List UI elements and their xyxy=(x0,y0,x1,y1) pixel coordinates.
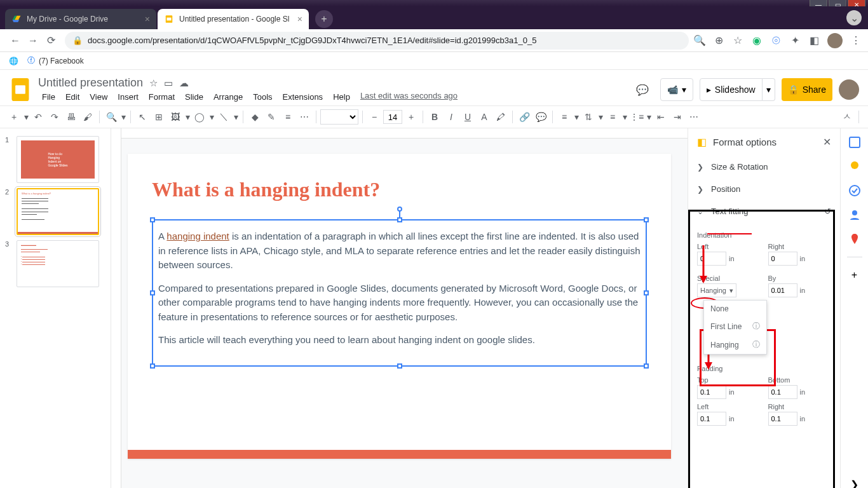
new-slide-dropdown[interactable]: ▾ xyxy=(23,109,29,125)
bookmark-facebook[interactable]: ⓕ (7) Facebook xyxy=(27,55,84,66)
menu-arrange[interactable]: Arrange xyxy=(210,91,247,103)
option-hanging[interactable]: Hangingⓘ xyxy=(704,336,766,354)
account-avatar[interactable] xyxy=(839,79,859,100)
numbered-list-dropdown[interactable]: ▾ xyxy=(621,109,628,125)
resize-handle[interactable] xyxy=(397,363,402,369)
redo-button[interactable]: ↷ xyxy=(47,109,62,125)
image-tool-icon[interactable]: 🖼 xyxy=(168,109,183,125)
share-button[interactable]: 🔒 Share xyxy=(782,78,832,101)
resize-handle[interactable] xyxy=(644,290,649,295)
star-icon[interactable]: ☆ xyxy=(149,78,158,89)
resize-handle[interactable] xyxy=(150,217,155,222)
bold-button[interactable]: B xyxy=(427,109,442,125)
menu-extensions[interactable]: Extensions xyxy=(279,91,327,103)
resize-handle[interactable] xyxy=(644,217,649,222)
selected-textbox[interactable]: A hanging indent is an indentation of a … xyxy=(152,219,647,367)
slide-canvas[interactable]: What is a hanging indent? A hanging inde… xyxy=(128,154,671,459)
highlight-button[interactable]: 🖍 xyxy=(493,109,508,125)
indent-by-input[interactable] xyxy=(768,283,797,297)
bulleted-list-button[interactable]: ⋮≡ xyxy=(629,109,644,125)
menu-view[interactable]: View xyxy=(86,91,111,103)
keep-addon-icon[interactable] xyxy=(848,160,861,173)
menu-edit[interactable]: Edit xyxy=(62,91,83,103)
zoom-dropdown[interactable]: ▾ xyxy=(120,109,126,125)
line-dropdown[interactable]: ▾ xyxy=(233,109,239,125)
comment-history-icon[interactable]: 💬 xyxy=(631,78,654,101)
translate-icon[interactable]: ⊕ xyxy=(713,35,724,46)
padding-right-input[interactable] xyxy=(768,412,797,426)
resize-handle[interactable] xyxy=(150,290,155,295)
filmstrip[interactable]: 1 How to doHangingIndent onGoogle Slides… xyxy=(0,128,111,488)
url-input[interactable]: 🔒 docs.google.com/presentation/d/1qCWOAF… xyxy=(65,32,689,50)
browser-tab-drive[interactable]: My Drive - Google Drive × xyxy=(5,9,156,29)
line-tool-icon[interactable]: ＼ xyxy=(216,109,231,125)
bulleted-list-dropdown[interactable]: ▾ xyxy=(646,109,652,125)
increase-indent-button[interactable]: ⇥ xyxy=(670,109,685,125)
padding-top-input[interactable] xyxy=(697,385,726,399)
hanging-indent-link[interactable]: hanging indent xyxy=(166,231,229,241)
text-color-button[interactable]: A xyxy=(477,109,492,125)
line-spacing-button[interactable]: ⇅ xyxy=(581,109,596,125)
reset-icon[interactable]: ↺ xyxy=(824,207,831,216)
doc-title[interactable]: Untitled presentation xyxy=(38,76,143,90)
border-color-icon[interactable]: ✎ xyxy=(264,109,279,125)
tab-close-icon[interactable]: × xyxy=(145,14,150,24)
sidepanel-icon[interactable]: ◧ xyxy=(808,35,820,46)
font-selector[interactable] xyxy=(320,109,358,125)
padding-bottom-input[interactable] xyxy=(768,385,797,399)
decrease-indent-button[interactable]: ⇤ xyxy=(653,109,668,125)
resize-handle[interactable] xyxy=(644,363,649,369)
browser-tab-slides[interactable]: Untitled presentation - Google Sl × xyxy=(158,9,309,29)
slides-logo-icon[interactable] xyxy=(9,78,32,101)
image-dropdown[interactable]: ▾ xyxy=(184,109,191,125)
print-button[interactable]: 🖶 xyxy=(64,109,79,125)
shape-dropdown[interactable]: ▾ xyxy=(208,109,215,125)
zoom-button[interactable]: 🔍 xyxy=(104,109,119,125)
indent-right-input[interactable] xyxy=(768,252,797,266)
align-dropdown[interactable]: ▾ xyxy=(573,109,580,125)
resize-handle[interactable] xyxy=(150,363,155,369)
shape-tool-icon[interactable]: ◯ xyxy=(192,109,207,125)
nav-back-icon[interactable]: ← xyxy=(6,32,24,50)
menu-tools[interactable]: Tools xyxy=(249,91,276,103)
menu-format[interactable]: Format xyxy=(145,91,179,103)
extensions-puzzle-icon[interactable]: ✦ xyxy=(789,35,801,46)
bookmark-item[interactable]: 🌐 xyxy=(9,57,18,65)
nav-reload-icon[interactable]: ⟳ xyxy=(42,32,60,50)
font-size-increase[interactable]: + xyxy=(403,109,419,125)
maps-addon-icon[interactable] xyxy=(848,233,861,245)
body-paragraph[interactable]: This article will teach everything you n… xyxy=(158,333,641,348)
menu-insert[interactable]: Insert xyxy=(114,91,142,103)
contacts-addon-icon[interactable] xyxy=(848,208,861,221)
close-panel-icon[interactable]: ✕ xyxy=(823,136,831,148)
section-text-fitting[interactable]: ⌄ Text fitting ↺ xyxy=(688,200,840,222)
move-icon[interactable]: ▭ xyxy=(164,78,173,89)
nav-forward-icon[interactable]: → xyxy=(24,32,42,50)
option-none[interactable]: None xyxy=(704,301,766,317)
body-paragraph[interactable]: A hanging indent is an indentation of a … xyxy=(158,229,641,273)
toolbar-collapse-icon[interactable]: ㅅ xyxy=(839,109,855,125)
paint-format-button[interactable]: 🖌 xyxy=(80,109,95,125)
border-weight-icon[interactable]: ≡ xyxy=(280,109,295,125)
section-size-rotation[interactable]: ❯ Size & Rotation xyxy=(688,156,840,178)
clear-format-button[interactable]: ⋯ xyxy=(686,109,702,125)
last-edit-link[interactable]: Last edit was seconds ago xyxy=(360,91,458,103)
menu-slide[interactable]: Slide xyxy=(181,91,207,103)
undo-button[interactable]: ↶ xyxy=(31,109,46,125)
insert-comment-button[interactable]: 💬 xyxy=(533,109,548,125)
indent-special-select[interactable]: Hanging ▾ xyxy=(697,283,736,297)
calendar-addon-icon[interactable] xyxy=(848,136,861,149)
new-tab-button[interactable]: + xyxy=(315,10,333,28)
insert-link-button[interactable]: 🔗 xyxy=(517,109,532,125)
cloud-status-icon[interactable]: ☁ xyxy=(179,78,189,89)
get-addons-icon[interactable]: + xyxy=(848,269,861,281)
zoom-icon[interactable]: 🔍 xyxy=(694,35,705,46)
select-tool-icon[interactable]: ↖ xyxy=(135,109,150,125)
menu-help[interactable]: Help xyxy=(329,91,354,103)
slide-title-text[interactable]: What is a hanging indent? xyxy=(152,178,647,201)
slideshow-dropdown[interactable]: ▾ xyxy=(763,78,775,101)
bookmark-star-icon[interactable]: ☆ xyxy=(732,35,743,46)
tab-overflow-button[interactable]: ⌄ xyxy=(846,10,862,25)
meet-button[interactable]: 📹 ▾ xyxy=(660,78,693,101)
slide-thumb-1[interactable]: 1 How to doHangingIndent onGoogle Slides xyxy=(0,133,111,186)
